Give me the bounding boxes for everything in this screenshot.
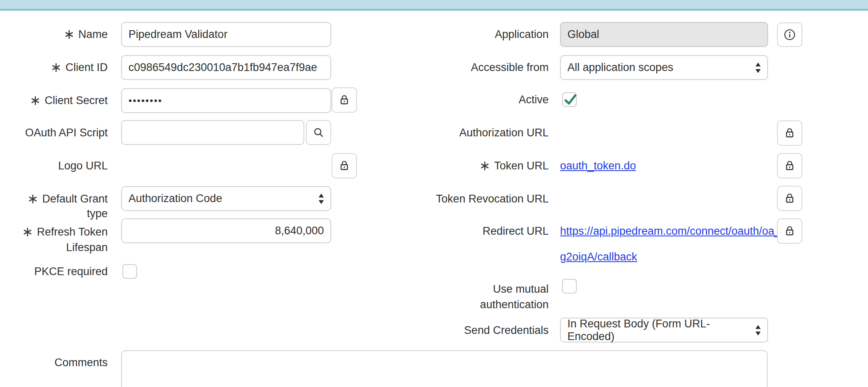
client-secret-label: Client Secret	[4, 93, 108, 108]
select-stepper-icon	[755, 325, 762, 336]
lock-icon	[784, 127, 796, 139]
required-icon	[51, 62, 61, 73]
name-input[interactable]	[121, 22, 331, 47]
use-mutual-authentication-label: Use mutual authentication	[424, 281, 549, 312]
token-url-lock-button[interactable]	[777, 153, 802, 178]
required-icon	[22, 227, 33, 237]
search-icon	[312, 127, 325, 139]
client-secret-input[interactable]	[121, 88, 331, 113]
refresh-token-lifespan-label: Refresh Token Lifespan	[4, 224, 108, 255]
lock-icon	[784, 160, 796, 172]
token-url-link[interactable]: oauth_token.do	[560, 158, 636, 173]
authorization-url-lock-button[interactable]	[777, 120, 802, 146]
lock-icon	[338, 94, 350, 106]
info-icon	[783, 28, 796, 41]
lock-icon	[338, 160, 350, 172]
logo-url-lock-button[interactable]	[332, 153, 357, 178]
pkce-required-label: PKCE required	[4, 264, 108, 279]
required-icon	[64, 29, 74, 40]
token-revocation-url-lock-button[interactable]	[777, 186, 802, 211]
checkmark-icon	[562, 91, 579, 109]
lock-icon	[784, 225, 796, 237]
active-checkbox[interactable]	[562, 92, 577, 107]
authorization-url-label: Authorization URL	[424, 125, 549, 140]
comments-textarea[interactable]	[121, 350, 768, 387]
redirect-url-link-line2[interactable]: g2oiqA/callback	[560, 249, 637, 264]
logo-url-label: Logo URL	[4, 158, 108, 173]
oauth-api-script-label: OAuth API Script	[4, 125, 108, 140]
select-stepper-icon	[318, 193, 325, 205]
required-icon	[30, 96, 40, 106]
pkce-required-checkbox[interactable]	[122, 264, 137, 279]
redirect-url-label: Redirect URL	[424, 224, 549, 238]
use-mutual-authentication-checkbox[interactable]	[562, 279, 577, 294]
refresh-token-lifespan-input[interactable]	[121, 218, 331, 243]
oauth-api-script-input[interactable]	[121, 120, 304, 145]
accessible-from-label: Accessible from	[424, 60, 549, 75]
lock-icon	[784, 192, 796, 205]
application-info-button[interactable]	[777, 22, 802, 47]
application-label: Application	[424, 27, 549, 42]
client-id-input[interactable]	[121, 55, 331, 80]
token-url-label: Token URL	[424, 158, 549, 173]
required-icon	[480, 161, 490, 171]
select-stepper-icon	[755, 62, 762, 73]
send-credentials-select[interactable]: In Request Body (Form URL-Encoded)	[560, 318, 768, 343]
default-grant-type-select[interactable]: Authorization Code	[121, 186, 331, 211]
default-grant-type-label: Default Grant type	[4, 191, 108, 221]
name-label: Name	[4, 27, 108, 42]
comments-label: Comments	[4, 355, 108, 370]
required-icon	[28, 194, 38, 204]
oauth-application-registry-form: Name Client ID Client Secret OAuth API S…	[0, 0, 868, 387]
accessible-from-select[interactable]: All application scopes	[560, 55, 768, 80]
client-id-label: Client ID	[4, 60, 108, 75]
redirect-url-link-line1[interactable]: https://api.pipedream.com/connect/oauth/…	[560, 224, 780, 238]
application-input	[560, 22, 768, 47]
oauth-api-script-lookup-button[interactable]	[306, 120, 331, 145]
client-secret-lock-button[interactable]	[332, 87, 357, 113]
active-label: Active	[424, 92, 549, 107]
redirect-url-lock-button[interactable]	[777, 218, 802, 244]
send-credentials-label: Send Credentials	[424, 323, 549, 338]
token-revocation-url-label: Token Revocation URL	[424, 191, 549, 206]
form-header-bar	[0, 0, 868, 11]
